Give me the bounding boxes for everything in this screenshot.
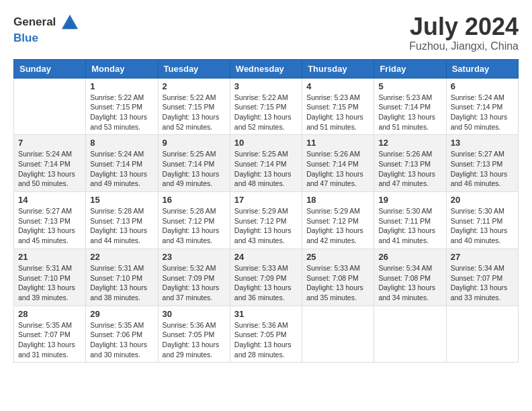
day-info: Sunrise: 5:27 AMSunset: 7:13 PMDaylight:…	[18, 206, 81, 246]
day-number: 23	[163, 252, 226, 262]
title-section: July 2024 Fuzhou, Jiangxi, China	[409, 13, 519, 52]
table-row	[14, 78, 86, 135]
day-number: 1	[90, 81, 153, 91]
day-number: 17	[234, 195, 298, 205]
day-info: Sunrise: 5:34 AMSunset: 7:07 PMDaylight:…	[451, 263, 514, 303]
day-info: Sunrise: 5:29 AMSunset: 7:12 PMDaylight:…	[306, 206, 369, 246]
table-row: 28Sunrise: 5:35 AMSunset: 7:07 PMDayligh…	[14, 306, 86, 363]
day-number: 20	[451, 195, 514, 205]
table-row: 23Sunrise: 5:32 AMSunset: 7:09 PMDayligh…	[158, 248, 230, 306]
table-row: 13Sunrise: 5:27 AMSunset: 7:13 PMDayligh…	[446, 135, 518, 192]
table-row: 19Sunrise: 5:30 AMSunset: 7:11 PMDayligh…	[374, 192, 446, 249]
table-row: 12Sunrise: 5:26 AMSunset: 7:13 PMDayligh…	[374, 135, 446, 192]
location-subtitle: Fuzhou, Jiangxi, China	[409, 40, 519, 52]
table-row: 27Sunrise: 5:34 AMSunset: 7:07 PMDayligh…	[446, 248, 518, 306]
calendar-week-row: 14Sunrise: 5:27 AMSunset: 7:13 PMDayligh…	[14, 192, 519, 249]
table-row: 16Sunrise: 5:28 AMSunset: 7:12 PMDayligh…	[158, 192, 230, 249]
day-info: Sunrise: 5:34 AMSunset: 7:08 PMDaylight:…	[378, 263, 441, 303]
calendar-week-row: 1Sunrise: 5:22 AMSunset: 7:15 PMDaylight…	[14, 78, 519, 135]
day-info: Sunrise: 5:25 AMSunset: 7:14 PMDaylight:…	[234, 149, 298, 189]
calendar-table: Sunday Monday Tuesday Wednesday Thursday…	[13, 59, 519, 363]
table-row: 8Sunrise: 5:24 AMSunset: 7:14 PMDaylight…	[86, 135, 158, 192]
day-number: 28	[18, 309, 81, 319]
day-number: 6	[451, 81, 514, 91]
day-info: Sunrise: 5:22 AMSunset: 7:15 PMDaylight:…	[234, 93, 298, 132]
day-number: 15	[90, 195, 153, 205]
day-number: 4	[306, 81, 369, 91]
day-info: Sunrise: 5:35 AMSunset: 7:06 PMDaylight:…	[90, 320, 153, 360]
header-wednesday: Wednesday	[230, 59, 302, 78]
day-number: 19	[378, 195, 441, 205]
table-row: 22Sunrise: 5:31 AMSunset: 7:10 PMDayligh…	[86, 248, 158, 306]
day-number: 24	[234, 252, 298, 262]
table-row: 11Sunrise: 5:26 AMSunset: 7:14 PMDayligh…	[302, 135, 374, 192]
month-year-title: July 2024	[409, 13, 519, 40]
table-row: 14Sunrise: 5:27 AMSunset: 7:13 PMDayligh…	[14, 192, 86, 249]
day-info: Sunrise: 5:24 AMSunset: 7:14 PMDaylight:…	[451, 93, 514, 132]
day-number: 2	[163, 81, 226, 91]
day-number: 25	[306, 252, 369, 262]
day-info: Sunrise: 5:28 AMSunset: 7:12 PMDaylight:…	[163, 206, 226, 246]
table-row	[374, 306, 446, 363]
table-row: 21Sunrise: 5:31 AMSunset: 7:10 PMDayligh…	[14, 248, 86, 306]
day-number: 8	[90, 138, 153, 148]
day-number: 14	[18, 195, 81, 205]
day-number: 27	[451, 252, 514, 262]
table-row: 1Sunrise: 5:22 AMSunset: 7:15 PMDaylight…	[86, 78, 158, 135]
day-number: 7	[18, 138, 81, 148]
table-row: 24Sunrise: 5:33 AMSunset: 7:09 PMDayligh…	[230, 248, 302, 306]
calendar-week-row: 7Sunrise: 5:24 AMSunset: 7:14 PMDaylight…	[14, 135, 519, 192]
header-tuesday: Tuesday	[158, 59, 230, 78]
table-row: 2Sunrise: 5:22 AMSunset: 7:15 PMDaylight…	[158, 78, 230, 135]
header-thursday: Thursday	[302, 59, 374, 78]
day-info: Sunrise: 5:31 AMSunset: 7:10 PMDaylight:…	[90, 263, 153, 303]
day-number: 26	[378, 252, 441, 262]
logo-general: General	[13, 13, 79, 32]
day-number: 22	[90, 252, 153, 262]
day-number: 13	[451, 138, 514, 148]
day-info: Sunrise: 5:27 AMSunset: 7:13 PMDaylight:…	[451, 149, 514, 189]
day-number: 10	[234, 138, 298, 148]
day-number: 3	[234, 81, 298, 91]
day-info: Sunrise: 5:22 AMSunset: 7:15 PMDaylight:…	[90, 93, 153, 132]
table-row	[302, 306, 374, 363]
day-info: Sunrise: 5:26 AMSunset: 7:13 PMDaylight:…	[378, 149, 441, 189]
header-saturday: Saturday	[446, 59, 518, 78]
table-row	[446, 306, 518, 363]
header-monday: Monday	[86, 59, 158, 78]
day-number: 31	[234, 309, 298, 319]
table-row: 20Sunrise: 5:30 AMSunset: 7:11 PMDayligh…	[446, 192, 518, 249]
day-number: 11	[306, 138, 369, 148]
day-info: Sunrise: 5:26 AMSunset: 7:14 PMDaylight:…	[306, 149, 369, 189]
day-info: Sunrise: 5:28 AMSunset: 7:13 PMDaylight:…	[90, 206, 153, 246]
day-info: Sunrise: 5:22 AMSunset: 7:15 PMDaylight:…	[163, 93, 226, 132]
header-friday: Friday	[374, 59, 446, 78]
calendar-week-row: 21Sunrise: 5:31 AMSunset: 7:10 PMDayligh…	[14, 248, 519, 306]
logo-icon	[60, 13, 79, 32]
page-container: General Blue July 2024 Fuzhou, Jiangxi, …	[13, 13, 519, 363]
table-row: 3Sunrise: 5:22 AMSunset: 7:15 PMDaylight…	[230, 78, 302, 135]
day-info: Sunrise: 5:25 AMSunset: 7:14 PMDaylight:…	[163, 149, 226, 189]
day-info: Sunrise: 5:24 AMSunset: 7:14 PMDaylight:…	[90, 149, 153, 189]
day-info: Sunrise: 5:23 AMSunset: 7:15 PMDaylight:…	[306, 93, 369, 132]
day-info: Sunrise: 5:35 AMSunset: 7:07 PMDaylight:…	[18, 320, 81, 360]
day-info: Sunrise: 5:29 AMSunset: 7:12 PMDaylight:…	[234, 206, 298, 246]
calendar-week-row: 28Sunrise: 5:35 AMSunset: 7:07 PMDayligh…	[14, 306, 519, 363]
day-info: Sunrise: 5:23 AMSunset: 7:14 PMDaylight:…	[378, 93, 441, 132]
day-number: 29	[90, 309, 153, 319]
day-info: Sunrise: 5:32 AMSunset: 7:09 PMDaylight:…	[163, 263, 226, 303]
table-row: 25Sunrise: 5:33 AMSunset: 7:08 PMDayligh…	[302, 248, 374, 306]
day-number: 18	[306, 195, 369, 205]
table-row: 31Sunrise: 5:36 AMSunset: 7:05 PMDayligh…	[230, 306, 302, 363]
table-row: 30Sunrise: 5:36 AMSunset: 7:05 PMDayligh…	[158, 306, 230, 363]
table-row: 7Sunrise: 5:24 AMSunset: 7:14 PMDaylight…	[14, 135, 86, 192]
day-number: 5	[378, 81, 441, 91]
day-info: Sunrise: 5:30 AMSunset: 7:11 PMDaylight:…	[451, 206, 514, 246]
day-info: Sunrise: 5:36 AMSunset: 7:05 PMDaylight:…	[234, 320, 298, 360]
table-row: 15Sunrise: 5:28 AMSunset: 7:13 PMDayligh…	[86, 192, 158, 249]
logo-blue: Blue	[13, 32, 79, 45]
table-row: 10Sunrise: 5:25 AMSunset: 7:14 PMDayligh…	[230, 135, 302, 192]
table-row: 4Sunrise: 5:23 AMSunset: 7:15 PMDaylight…	[302, 78, 374, 135]
table-row: 9Sunrise: 5:25 AMSunset: 7:14 PMDaylight…	[158, 135, 230, 192]
table-row: 6Sunrise: 5:24 AMSunset: 7:14 PMDaylight…	[446, 78, 518, 135]
